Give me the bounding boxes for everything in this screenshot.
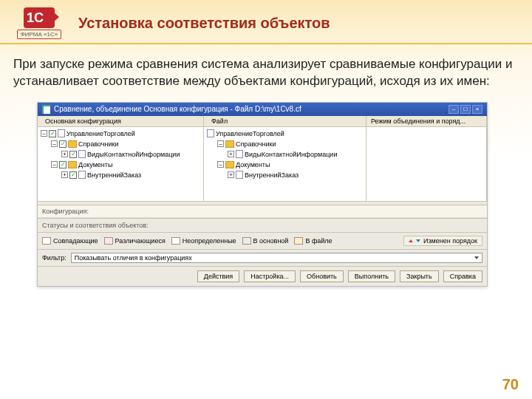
chevron-down-icon — [474, 256, 479, 259]
folder-icon — [68, 140, 77, 148]
tree-right[interactable]: УправлениеТорговлей –Справочники +ВидыКо… — [204, 127, 366, 201]
config-section-label: Конфигурация: — [38, 205, 487, 218]
logo-subtitle: ФИРМА «1С» — [17, 30, 61, 39]
swatch-icon — [242, 237, 251, 245]
button-row: Действия Настройка... Обновить Выполнить… — [38, 266, 487, 286]
doc-icon — [207, 129, 214, 137]
tree-row: +ВнутреннийЗаказ — [228, 170, 363, 180]
expand-icon[interactable]: + — [61, 151, 68, 157]
tree-label: ВнутреннийЗаказ — [87, 171, 141, 179]
refresh-button[interactable]: Обновить — [300, 270, 344, 282]
help-button[interactable]: Справка — [443, 270, 482, 282]
arrow-down-icon — [416, 239, 420, 242]
tree-row: –✓Справочники — [51, 139, 200, 149]
close-dialog-button[interactable]: Закрыть — [400, 270, 439, 282]
filter-select[interactable]: Показывать отличия в конфигурациях — [71, 253, 482, 263]
close-button[interactable]: × — [472, 105, 482, 114]
titlebar[interactable]: Сравнение, объединение Основная конфигур… — [38, 103, 487, 116]
page-number: 70 — [502, 376, 519, 393]
slide-title: Установка соответствия объектов — [78, 15, 330, 32]
tree-label: ВидыКонтактнойИнформации — [245, 151, 337, 158]
logo-mark: 1С — [24, 7, 55, 28]
collapse-icon[interactable]: – — [51, 140, 58, 147]
tree-row: +✓ВидыКонтактнойИнформации — [61, 149, 200, 160]
expand-icon[interactable]: + — [61, 171, 68, 178]
change-order-label: Изменен порядок — [423, 237, 477, 245]
status-label: Совпадающие — [53, 237, 98, 245]
execute-button[interactable]: Выполнить — [348, 270, 395, 282]
maximize-button[interactable]: □ — [460, 105, 471, 114]
window-title: Сравнение, объединение Основная конфигур… — [54, 105, 301, 113]
tree-label: Документы — [78, 161, 112, 168]
col-header-file-label: Файл — [211, 117, 228, 125]
tree-mode[interactable] — [366, 127, 487, 201]
checkbox[interactable]: ✓ — [69, 171, 77, 179]
checkbox[interactable]: ✓ — [59, 161, 66, 168]
checkbox[interactable]: ✓ — [69, 151, 77, 158]
expand-icon[interactable]: + — [228, 151, 234, 157]
checkbox[interactable]: ✓ — [49, 130, 56, 137]
checkbox[interactable]: ✓ — [59, 140, 66, 148]
status-label: Различающиеся — [115, 237, 166, 245]
status-label: Неопределенные — [183, 237, 236, 245]
doc-icon — [58, 129, 65, 137]
col-header-mode: Режим объединения и поряд... — [366, 116, 487, 126]
doc-icon — [236, 171, 243, 179]
collapse-icon[interactable]: – — [51, 161, 58, 168]
tree-pane: –✓УправлениеТорговлей –✓Справочники +✓Ви… — [38, 127, 487, 201]
status-item: Неопределенные — [171, 237, 236, 245]
tree-label: Справочники — [78, 140, 119, 148]
folder-icon — [225, 161, 234, 168]
swatch-icon — [294, 237, 303, 245]
tree-row: –✓Документы — [51, 160, 200, 170]
tree-label: УправлениеТорговлей — [66, 130, 135, 137]
swatch-icon — [104, 237, 113, 245]
doc-icon — [78, 171, 86, 179]
col-header-main: Основная конфигурация — [38, 116, 204, 126]
tree-label: УправлениеТорговлей — [216, 130, 284, 137]
window-controls: – □ × — [449, 105, 482, 114]
doc-icon — [236, 150, 243, 158]
compare-dialog: Сравнение, объединение Основная конфигур… — [37, 102, 488, 287]
change-order-button[interactable]: Изменен порядок — [403, 236, 482, 246]
settings-button[interactable]: Настройка... — [244, 270, 296, 282]
status-row: Статусы и соответствия объектов: — [38, 218, 487, 232]
col-header-file: Файл — [204, 116, 366, 126]
collapse-icon[interactable]: – — [217, 140, 224, 147]
arrow-up-icon — [409, 239, 413, 242]
tree-row: +✓ВнутреннийЗаказ — [61, 170, 200, 180]
minimize-button[interactable]: – — [449, 105, 459, 114]
status-item: В файле — [294, 237, 332, 245]
folder-icon — [225, 140, 234, 148]
tree-label: Документы — [236, 161, 270, 168]
actions-button[interactable]: Действия — [197, 270, 239, 282]
tree-label: ВидыКонтактнойИнформации — [87, 151, 180, 158]
tree-left[interactable]: –✓УправлениеТорговлей –✓Справочники +✓Ви… — [38, 127, 204, 201]
app-icon — [42, 105, 50, 114]
status-item: В основной — [242, 237, 289, 245]
column-headers: Основная конфигурация Файл Режим объедин… — [38, 116, 487, 127]
col-header-main-label: Основная конфигурация — [45, 117, 121, 125]
expand-icon[interactable]: + — [228, 171, 234, 178]
collapse-icon[interactable]: – — [41, 130, 47, 137]
swatch-icon — [42, 237, 51, 245]
tree-row: УправлениеТорговлей — [207, 129, 363, 139]
status-label: В основной — [253, 237, 289, 245]
tree-row: +ВидыКонтактнойИнформации — [228, 149, 363, 160]
folder-icon — [68, 161, 77, 168]
doc-icon — [78, 150, 86, 158]
swatch-icon — [171, 237, 180, 245]
tree-label: Справочники — [236, 140, 276, 148]
tree-row: –Документы — [217, 160, 363, 170]
tree-row: –✓УправлениеТорговлей — [41, 129, 200, 139]
filter-label: Фильтр: — [42, 254, 66, 262]
status-label: В файле — [305, 237, 332, 245]
status-caption: Статусы и соответствия объектов: — [42, 222, 149, 229]
tree-label: ВнутреннийЗаказ — [245, 171, 299, 179]
collapse-icon[interactable]: – — [217, 161, 224, 168]
body-text: При запуске режима сравнения система ана… — [0, 44, 532, 99]
tree-row: –Справочники — [217, 139, 363, 149]
filter-row: Фильтр: Показывать отличия в конфигураци… — [38, 249, 487, 266]
slide-header: 1С ФИРМА «1С» Установка соответствия объ… — [0, 0, 532, 44]
status-legend: Совпадающие Различающиеся Неопределенные… — [38, 232, 487, 249]
